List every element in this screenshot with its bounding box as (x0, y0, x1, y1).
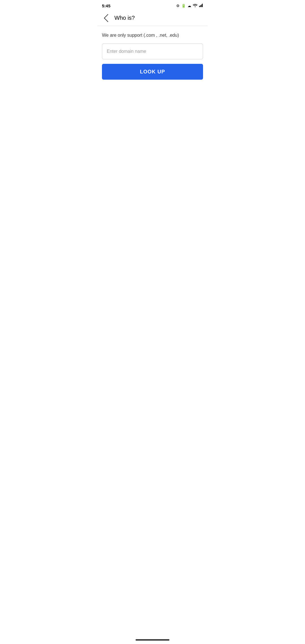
signal-icon (199, 4, 203, 8)
status-time: 5:45 (102, 3, 110, 8)
status-icons: ⚙ 🔋 ☁ (176, 4, 203, 8)
svg-rect-2 (201, 5, 202, 7)
status-bar: 5:45 ⚙ 🔋 ☁ (97, 0, 208, 10)
app-bar: Who is? (97, 10, 208, 26)
cloud-icon: ☁ (188, 4, 191, 8)
domain-input[interactable] (102, 43, 203, 59)
battery-icon: 🔋 (181, 4, 186, 8)
app-title: Who is? (114, 15, 135, 21)
svg-rect-3 (202, 4, 203, 7)
back-button[interactable] (102, 13, 112, 23)
svg-rect-1 (200, 5, 201, 7)
back-arrow-icon (104, 14, 112, 22)
svg-rect-0 (199, 6, 200, 7)
settings-icon: ⚙ (176, 4, 180, 8)
support-notice: We are only support (.com , .net, .edu) (102, 33, 203, 38)
wifi-icon (193, 4, 197, 8)
lookup-button[interactable]: LOOK UP (102, 64, 203, 80)
main-content: We are only support (.com , .net, .edu) … (97, 26, 208, 86)
